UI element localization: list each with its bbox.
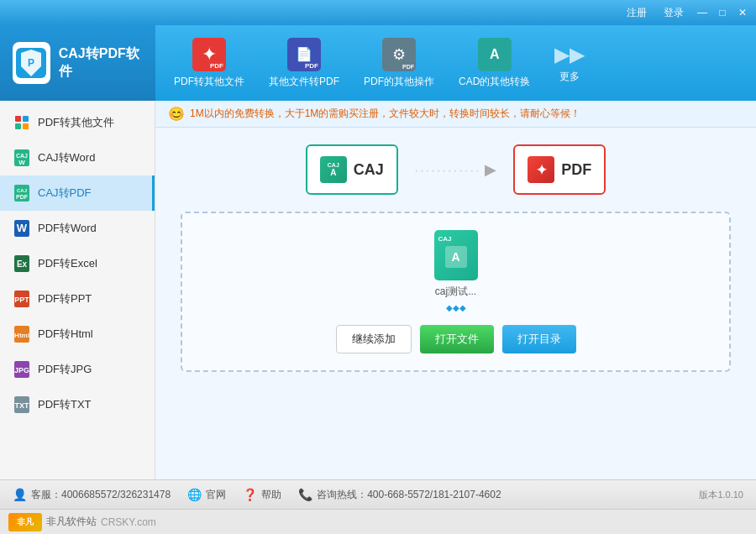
hotline-item: 📞 咨询热线：400-668-5572/181-2107-4602: [298, 488, 501, 502]
file-item: CAJ A caj测试... ◆◆◆: [434, 230, 478, 312]
grid-icon: [13, 113, 31, 132]
svg-text:PPT: PPT: [14, 296, 29, 304]
html-icon: Html: [13, 325, 31, 343]
toolbar-more[interactable]: ▶▶ 更多: [544, 36, 595, 91]
svg-rect-4: [23, 116, 29, 122]
file-name: caj测试...: [435, 285, 476, 299]
svg-text:Html: Html: [14, 332, 29, 339]
to-format-box: ✦ PDF: [513, 144, 606, 195]
excel-icon: Ex: [13, 254, 31, 273]
caj-pdf-icon: CAJ PDF: [13, 184, 31, 202]
from-format-label: CAJ: [354, 161, 384, 179]
caj-icon: CAJ A: [320, 156, 347, 183]
svg-text:TXT: TXT: [15, 401, 30, 410]
version-text: 版本1.0.10: [699, 489, 743, 501]
register-button[interactable]: 注册: [622, 4, 652, 22]
sidebar-label-caj-to-pdf: CAJ转PDF: [38, 186, 92, 201]
open-file-button[interactable]: 打开文件: [420, 325, 494, 353]
sidebar-item-pdf-to-word[interactable]: W PDF转Word: [0, 211, 155, 246]
svg-text:W: W: [18, 159, 25, 166]
sidebar-label-pdf-to-txt: PDF转TXT: [38, 397, 92, 412]
word-icon: W: [13, 219, 31, 238]
sidebar-label-caj-to-word: CAJ转Word: [38, 150, 95, 165]
login-button[interactable]: 登录: [659, 4, 689, 22]
watermark-name: 非凡软件站: [46, 515, 97, 529]
svg-text:JPG: JPG: [14, 366, 29, 374]
status-bar: 👤 客服：4006685572/326231478 🌐 官网 ❓ 帮助 📞 咨询…: [0, 479, 756, 509]
toolbar-cad-convert-label: CAD的其他转换: [459, 75, 530, 89]
from-format-box: CAJ A CAJ: [306, 144, 398, 195]
app-logo: P: [13, 42, 50, 84]
hotline-label: 咨询热线：400-668-5572/181-2107-4602: [317, 488, 501, 502]
minimize-button[interactable]: —: [696, 6, 709, 19]
toolbar-cad-convert[interactable]: A CAD的其他转换: [449, 31, 540, 96]
sidebar-label-pdf-to-other: PDF转其他文件: [38, 115, 114, 130]
sidebar-item-pdf-to-txt[interactable]: TXT PDF转TXT: [0, 387, 155, 422]
svg-text:CAJ: CAJ: [16, 153, 28, 159]
toolbar-pdf-ops[interactable]: ⚙ PDF PDF的其他操作: [354, 31, 444, 96]
toolbar-pdf-to-other[interactable]: ✦ PDF PDF转其他文件: [164, 31, 255, 96]
header: P CAJ转PDF软件 ✦ PDF PDF转其他文件 📄 PDF 其他文件转PD…: [0, 25, 756, 101]
svg-text:CAJ: CAJ: [17, 188, 27, 193]
add-file-button[interactable]: 继续添加: [336, 325, 412, 353]
cad-convert-icon: A: [478, 38, 512, 71]
conversion-arrow: ············ ▶: [415, 160, 496, 179]
maximize-button[interactable]: □: [716, 6, 729, 19]
txt-icon: TXT: [13, 395, 31, 414]
file-drop-area[interactable]: CAJ A caj测试... ◆◆◆ 继续添加 打开文件 打开目录: [181, 212, 731, 372]
help-item[interactable]: ❓ 帮助: [243, 488, 281, 502]
toolbar-other-to-pdf[interactable]: 📄 PDF 其他文件转PDF: [259, 31, 349, 96]
phone-icon: 📞: [298, 488, 312, 501]
pdf-ops-icon: ⚙ PDF: [382, 38, 416, 71]
caj-word-icon: CAJ W: [13, 149, 31, 167]
pdf-to-other-icon: ✦ PDF: [192, 38, 226, 71]
toolbar-more-label: 更多: [559, 70, 580, 84]
sidebar-item-pdf-to-ppt[interactable]: PPT PDF转PPT: [0, 281, 155, 317]
service-item: 👤 客服：4006685572/326231478: [13, 488, 171, 502]
sidebar-item-pdf-to-excel[interactable]: Ex PDF转Excel: [0, 246, 155, 281]
sidebar-item-caj-to-pdf[interactable]: CAJ PDF CAJ转PDF: [0, 175, 155, 211]
sidebar-item-caj-to-word[interactable]: CAJ W CAJ转Word: [0, 140, 155, 175]
file-buttons: 继续添加 打开文件 打开目录: [336, 325, 576, 353]
sidebar-label-pdf-to-word: PDF转Word: [38, 221, 97, 236]
sidebar-item-pdf-to-other[interactable]: PDF转其他文件: [0, 105, 155, 140]
notice-bar: 😊 1M以内的免费转换，大于1M的需购买注册，文件较大时，转换时间较长，请耐心等…: [155, 101, 756, 128]
website-item[interactable]: 🌐 官网: [187, 488, 226, 502]
notice-text: 1M以内的免费转换，大于1M的需购买注册，文件较大时，转换时间较长，请耐心等候！: [190, 107, 580, 121]
watermark-sub: CRSKY.com: [101, 516, 156, 528]
sidebar-item-pdf-to-jpg[interactable]: JPG PDF转JPG: [0, 352, 155, 387]
watermark-logo-icon: 非凡: [8, 513, 42, 531]
close-button[interactable]: ✕: [736, 6, 749, 19]
title-bar-controls: 注册 登录 — □ ✕: [622, 4, 749, 22]
main-content: 😊 1M以内的免费转换，大于1M的需购买注册，文件较大时，转换时间较长，请耐心等…: [155, 101, 756, 479]
sidebar-item-pdf-to-html[interactable]: Html PDF转Html: [0, 317, 155, 352]
file-progress: ◆◆◆: [446, 303, 466, 312]
conversion-display: CAJ A CAJ ············ ▶ ✦ PDF: [155, 128, 756, 212]
service-icon: 👤: [13, 488, 27, 501]
svg-text:Ex: Ex: [17, 259, 28, 269]
title-bar: 注册 登录 — □ ✕: [0, 0, 756, 25]
to-format-label: PDF: [561, 161, 591, 179]
help-icon: ❓: [243, 488, 257, 501]
logo-area: P CAJ转PDF软件: [0, 25, 155, 101]
sidebar-label-pdf-to-html: PDF转Html: [38, 327, 93, 342]
file-icon-large: CAJ A: [434, 230, 478, 280]
footer-logo: 非凡 非凡软件站 CRSKY.com: [0, 509, 756, 534]
other-to-pdf-icon: 📄 PDF: [287, 38, 321, 71]
svg-rect-6: [23, 123, 29, 129]
open-dir-button[interactable]: 打开目录: [502, 325, 576, 353]
pdf-icon: ✦: [528, 156, 554, 183]
watermark-text: 非凡 非凡软件站 CRSKY.com: [8, 513, 156, 531]
app-title: CAJ转PDF软件: [59, 45, 143, 81]
website-label: 官网: [206, 488, 226, 502]
sidebar-label-pdf-to-ppt: PDF转PPT: [38, 291, 92, 306]
svg-text:PDF: PDF: [16, 194, 29, 200]
sidebar: PDF转其他文件 CAJ W CAJ转Word CAJ PDF CAJ转PDF: [0, 101, 155, 479]
svg-rect-3: [15, 116, 21, 122]
notice-icon: 😊: [168, 106, 185, 122]
ppt-icon: PPT: [13, 290, 31, 308]
toolbar: ✦ PDF PDF转其他文件 📄 PDF 其他文件转PDF ⚙ PDF PDF的…: [155, 25, 756, 101]
toolbar-other-to-pdf-label: 其他文件转PDF: [269, 75, 339, 89]
website-icon: 🌐: [187, 488, 202, 501]
service-label: 客服：4006685572/326231478: [31, 488, 171, 502]
